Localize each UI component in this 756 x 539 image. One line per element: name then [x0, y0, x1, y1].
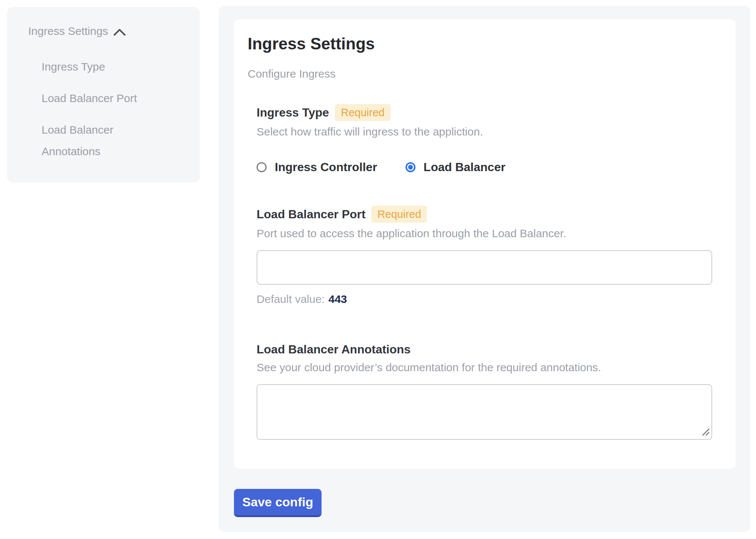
field-description: Port used to access the application thro… — [257, 226, 713, 241]
field-load-balancer-annotations: Load Balancer Annotations See your cloud… — [257, 342, 713, 440]
settings-sidebar: Ingress Settings Ingress Type Load Balan… — [7, 7, 200, 183]
radio-option-load-balancer[interactable]: Load Balancer — [405, 160, 506, 174]
ingress-type-radio-group: Ingress Controller Load Balancer — [257, 160, 713, 174]
field-description: See your cloud provider’s documentation … — [257, 360, 713, 375]
chevron-up-icon[interactable] — [113, 28, 126, 36]
default-value-row: Default value: 443 — [257, 292, 713, 306]
save-config-button[interactable]: Save config — [234, 489, 322, 517]
field-label: Ingress Type — [257, 105, 329, 120]
field-description: Select how traffic will ingress to the a… — [257, 125, 713, 139]
sidebar-item-load-balancer-annotations[interactable]: Load Balancer Annotations — [42, 119, 155, 162]
sidebar-group-label: Ingress Settings — [28, 24, 108, 38]
page-subtitle: Configure Ingress — [248, 67, 713, 81]
page-title: Ingress Settings — [248, 34, 713, 53]
radio-icon[interactable] — [257, 162, 267, 172]
page: Ingress Settings Ingress Type Load Balan… — [0, 0, 756, 539]
default-value: 443 — [328, 292, 347, 306]
sidebar-item-ingress-type[interactable]: Ingress Type — [42, 56, 155, 78]
radio-option-ingress-controller[interactable]: Ingress Controller — [257, 160, 377, 174]
sidebar-group-ingress-settings[interactable]: Ingress Settings — [28, 24, 187, 38]
field-label: Load Balancer Port — [257, 207, 365, 222]
settings-panel: Ingress Settings Configure Ingress Ingre… — [219, 6, 750, 532]
load-balancer-annotations-textarea[interactable] — [257, 384, 712, 440]
load-balancer-port-input[interactable] — [257, 250, 712, 285]
required-badge: Required — [335, 104, 391, 121]
field-label: Load Balancer Annotations — [257, 342, 411, 357]
required-badge: Required — [371, 206, 427, 223]
default-value-label: Default value: — [257, 292, 325, 306]
ingress-settings-card: Ingress Settings Configure Ingress Ingre… — [234, 19, 736, 469]
field-load-balancer-port: Load Balancer Port Required Port used to… — [257, 206, 713, 306]
radio-label: Ingress Controller — [275, 160, 377, 174]
sidebar-item-load-balancer-port[interactable]: Load Balancer Port — [42, 88, 155, 109]
radio-label: Load Balancer — [424, 160, 506, 174]
radio-icon[interactable] — [405, 162, 416, 172]
field-ingress-type: Ingress Type Required Select how traffic… — [257, 104, 713, 174]
